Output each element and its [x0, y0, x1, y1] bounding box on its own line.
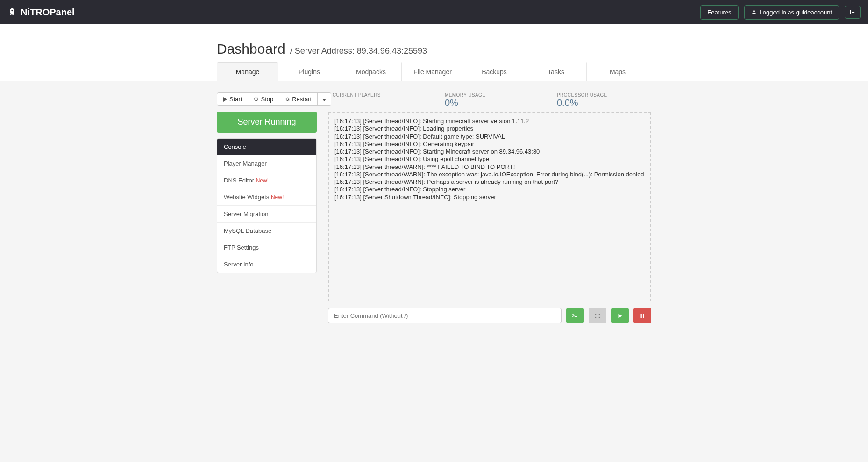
console-line: [16:17:13] [Server thread/INFO]: Startin…: [334, 148, 645, 155]
features-button[interactable]: Features: [700, 5, 738, 20]
stats-row: CURRENT PLAYERS MEMORY USAGE 0% PROCESSO…: [328, 92, 651, 108]
sidebar-item-dns-editor[interactable]: DNS Editor New!: [217, 172, 316, 189]
send-command-button[interactable]: [566, 308, 584, 323]
tab-modpacks[interactable]: Modpacks: [340, 62, 402, 81]
page-header: Dashboard / Server Address: 89.34.96.43:…: [217, 24, 651, 62]
tab-file-manager[interactable]: File Manager: [402, 62, 463, 81]
sidebar-item-server-info[interactable]: Server Info: [217, 256, 316, 273]
console-line: [16:17:13] [Server thread/WARN]: The exc…: [334, 171, 645, 178]
expand-icon: [594, 313, 601, 319]
sidebar-item-website-widgets[interactable]: Website Widgets New!: [217, 189, 316, 206]
tab-maps[interactable]: Maps: [587, 62, 648, 81]
caret-down-icon: [322, 99, 326, 101]
tab-plugins[interactable]: Plugins: [278, 62, 340, 81]
play-button[interactable]: [611, 308, 629, 323]
top-bar: NiTROPanel Features Logged in as guideac…: [0, 0, 868, 24]
start-button[interactable]: Start: [217, 92, 248, 106]
logout-button[interactable]: [845, 6, 861, 19]
page-subtitle: / Server Address: 89.34.96.43:25593: [290, 46, 427, 56]
sidebar-nav: Console Player Manager DNS Editor New!We…: [217, 138, 317, 273]
tabs: ManagePluginsModpacksFile ManagerBackups…: [217, 62, 651, 81]
console-output[interactable]: [16:17:13] [Server thread/INFO]: Startin…: [328, 112, 651, 301]
stat-players: CURRENT PLAYERS: [333, 92, 417, 108]
console-line: [16:17:13] [Server thread/INFO]: Stoppin…: [334, 186, 645, 193]
brand[interactable]: NiTROPanel: [7, 7, 75, 18]
content: CURRENT PLAYERS MEMORY USAGE 0% PROCESSO…: [328, 92, 651, 323]
top-right: Features Logged in as guideaccount: [700, 5, 861, 20]
console-line: [16:17:13] [Server thread/WARN]: **** FA…: [334, 163, 645, 171]
console-line: [16:17:13] [Server thread/WARN]: Perhaps…: [334, 178, 645, 186]
rocket-icon: [7, 7, 17, 17]
command-input[interactable]: [328, 308, 562, 323]
command-row: [328, 308, 651, 323]
user-icon: [751, 9, 757, 15]
console-line: [16:17:13] [Server thread/INFO]: Startin…: [334, 118, 645, 125]
logout-icon: [850, 9, 855, 15]
sidebar-item-player-manager[interactable]: Player Manager: [217, 155, 316, 172]
sidebar-item-ftp-settings[interactable]: FTP Settings: [217, 239, 316, 256]
power-icon: [254, 97, 259, 102]
pause-icon: [639, 313, 646, 319]
tab-backups[interactable]: Backups: [463, 62, 525, 81]
console-line: [16:17:13] [Server thread/INFO]: Generat…: [334, 140, 645, 148]
page-header-wrap: Dashboard / Server Address: 89.34.96.43:…: [0, 24, 868, 81]
console-line: [16:17:13] [Server Shutdown Thread/INFO]…: [334, 194, 645, 201]
console-line: [16:17:13] [Server thread/INFO]: Default…: [334, 133, 645, 140]
tab-manage[interactable]: Manage: [217, 62, 278, 81]
terminal-icon: [572, 313, 578, 319]
pause-button[interactable]: [633, 308, 651, 323]
sidebar-item-mysql-database[interactable]: MySQL Database: [217, 223, 316, 239]
new-badge: New!: [271, 194, 284, 201]
restart-button[interactable]: Restart: [279, 92, 318, 106]
console-line: [16:17:13] [Server thread/INFO]: Using e…: [334, 155, 645, 163]
sidebar-item-server-migration[interactable]: Server Migration: [217, 206, 316, 223]
expand-button[interactable]: [589, 308, 606, 323]
control-button-group: Start Stop Restart: [217, 92, 317, 106]
sidebar-item-console[interactable]: Console: [217, 139, 316, 155]
refresh-icon: [285, 97, 290, 102]
play-icon: [617, 313, 623, 319]
play-icon: [223, 97, 228, 102]
server-status[interactable]: Server Running: [217, 112, 317, 133]
page-title: Dashboard: [217, 41, 285, 57]
new-badge: New!: [256, 177, 269, 184]
stat-cpu: PROCESSOR USAGE 0.0%: [557, 92, 641, 108]
stop-button[interactable]: Stop: [248, 92, 279, 106]
console-line: [16:17:13] [Server thread/INFO]: Loading…: [334, 125, 645, 133]
sidebar: Start Stop Restart Server Running Consol…: [217, 92, 317, 273]
tab-tasks[interactable]: Tasks: [525, 62, 587, 81]
brand-name: NiTROPanel: [21, 7, 75, 18]
stat-memory: MEMORY USAGE 0%: [445, 92, 529, 108]
account-button[interactable]: Logged in as guideaccount: [744, 5, 839, 20]
